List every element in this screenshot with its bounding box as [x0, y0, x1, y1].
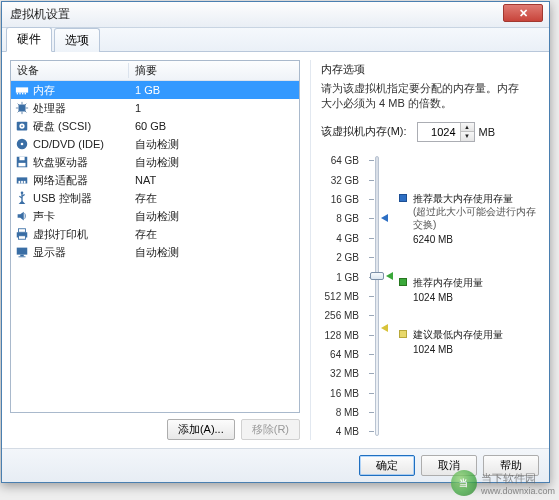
dialog-body: 设备 摘要 内存1 GB处理器1硬盘 (SCSI)60 GBCD/DVD (ID…	[2, 52, 549, 448]
right-panel: 内存选项 请为该虚拟机指定要分配的内存量。内存 大小必须为 4 MB 的倍数。 …	[310, 60, 541, 440]
svg-point-10	[21, 143, 24, 146]
sound-icon	[15, 209, 29, 223]
memory-input-label: 该虚拟机内存(M):	[321, 124, 407, 139]
cancel-button[interactable]: 取消	[421, 455, 477, 476]
tab-strip: 硬件 选项	[2, 28, 549, 52]
slider-tick-label: 64 MB	[330, 348, 359, 359]
slider-tick-labels: 64 GB32 GB16 GB8 GB4 GB2 GB1 GB512 MB256…	[321, 152, 359, 440]
slider-tick-label: 4 MB	[336, 426, 359, 437]
svg-rect-23	[20, 255, 24, 257]
tab-hardware[interactable]: 硬件	[6, 27, 52, 52]
hdd-icon	[15, 119, 29, 133]
slider-tickmark	[369, 354, 374, 355]
slider-tick-label: 128 MB	[325, 329, 359, 340]
memory-slider-area: 64 GB32 GB16 GB8 GB4 GB2 GB1 GB512 MB256…	[321, 152, 541, 440]
memory-icon	[15, 83, 29, 97]
memory-title: 内存选项	[321, 62, 541, 77]
slider-tickmark	[369, 373, 374, 374]
titlebar: 虚拟机设置 ✕	[2, 2, 549, 28]
device-summary: 自动检测	[129, 245, 299, 260]
svg-rect-12	[19, 157, 24, 161]
memory-spinner[interactable]: ▲ ▼	[417, 122, 475, 142]
device-row[interactable]: 声卡自动检测	[11, 207, 299, 225]
slider-tick-label: 16 GB	[331, 194, 359, 205]
slider-tick-label: 16 MB	[330, 387, 359, 398]
svg-rect-3	[22, 93, 23, 95]
slider-tick-label: 8 MB	[336, 407, 359, 418]
slider-tick-label: 2 GB	[336, 252, 359, 263]
slider-tickmark	[369, 180, 374, 181]
device-name: USB 控制器	[33, 191, 92, 206]
svg-rect-15	[19, 181, 21, 184]
dialog-footer: 确定 取消 帮助	[2, 448, 549, 482]
slider-tickmark	[369, 257, 374, 258]
device-summary: 自动检测	[129, 155, 299, 170]
device-row[interactable]: CD/DVD (IDE)自动检测	[11, 135, 299, 153]
device-name: 处理器	[33, 101, 66, 116]
slider-tickmark	[369, 412, 374, 413]
slider-tick-label: 8 GB	[336, 213, 359, 224]
spin-down[interactable]: ▼	[460, 132, 474, 141]
left-panel: 设备 摘要 内存1 GB处理器1硬盘 (SCSI)60 GBCD/DVD (ID…	[10, 60, 300, 440]
slider-track-col[interactable]	[367, 152, 391, 440]
device-row[interactable]: 网络适配器NAT	[11, 171, 299, 189]
tab-options[interactable]: 选项	[54, 28, 100, 52]
device-row[interactable]: USB 控制器存在	[11, 189, 299, 207]
help-button[interactable]: 帮助	[483, 455, 539, 476]
legend-min: 建议最低内存使用量 1024 MB	[399, 328, 503, 356]
square-icon	[399, 194, 407, 202]
slider-tickmark	[369, 160, 374, 161]
window-title: 虚拟机设置	[2, 6, 70, 23]
vm-settings-window: 虚拟机设置 ✕ 硬件 选项 设备 摘要 内存1 GB处理器1硬盘 (SCSI)6…	[1, 1, 550, 483]
memory-desc: 请为该虚拟机指定要分配的内存量。内存 大小必须为 4 MB 的倍数。	[321, 81, 541, 112]
add-button[interactable]: 添加(A)...	[167, 419, 235, 440]
ok-button[interactable]: 确定	[359, 455, 415, 476]
device-name: 虚拟打印机	[33, 227, 88, 242]
device-summary: 存在	[129, 227, 299, 242]
cpu-icon	[15, 101, 29, 115]
close-button[interactable]: ✕	[503, 4, 543, 22]
spin-up[interactable]: ▲	[460, 123, 474, 132]
device-list[interactable]: 设备 摘要 内存1 GB处理器1硬盘 (SCSI)60 GBCD/DVD (ID…	[10, 60, 300, 413]
device-summary: 1 GB	[129, 84, 299, 96]
device-row[interactable]: 硬盘 (SCSI)60 GB	[11, 117, 299, 135]
printer-icon	[15, 227, 29, 241]
device-row[interactable]: 内存1 GB	[11, 81, 299, 99]
svg-rect-17	[24, 181, 26, 184]
svg-rect-24	[19, 256, 26, 257]
device-list-header: 设备 摘要	[11, 61, 299, 81]
device-name: 硬盘 (SCSI)	[33, 119, 91, 134]
slider-tickmark	[369, 431, 374, 432]
svg-rect-16	[21, 181, 23, 184]
left-buttons: 添加(A)... 移除(R)	[10, 419, 300, 440]
svg-point-18	[21, 191, 24, 194]
slider-tick-label: 1 GB	[336, 271, 359, 282]
slider-thumb[interactable]	[370, 272, 384, 280]
slider-tickmark	[369, 315, 374, 316]
device-row[interactable]: 虚拟打印机存在	[11, 225, 299, 243]
slider-tickmark	[369, 393, 374, 394]
svg-rect-0	[16, 87, 28, 92]
device-name: 网络适配器	[33, 173, 88, 188]
device-row[interactable]: 软盘驱动器自动检测	[11, 153, 299, 171]
slider-tick-label: 4 GB	[336, 232, 359, 243]
device-row[interactable]: 显示器自动检测	[11, 243, 299, 261]
square-icon	[399, 330, 407, 338]
header-device: 设备	[11, 63, 129, 78]
svg-rect-4	[25, 93, 26, 95]
slider-track[interactable]	[375, 156, 379, 436]
device-name: 显示器	[33, 245, 66, 260]
memory-input[interactable]	[418, 123, 460, 141]
svg-rect-1	[17, 93, 18, 95]
nic-icon	[15, 173, 29, 187]
device-name: 内存	[33, 83, 55, 98]
svg-rect-13	[19, 163, 26, 167]
slider-tickmark	[369, 238, 374, 239]
marker-min-icon	[381, 324, 388, 332]
memory-unit: MB	[479, 126, 496, 138]
memory-input-row: 该虚拟机内存(M): ▲ ▼ MB	[321, 122, 541, 142]
device-summary: 存在	[129, 191, 299, 206]
device-row[interactable]: 处理器1	[11, 99, 299, 117]
device-name: 声卡	[33, 209, 55, 224]
slider-tick-label: 512 MB	[325, 290, 359, 301]
